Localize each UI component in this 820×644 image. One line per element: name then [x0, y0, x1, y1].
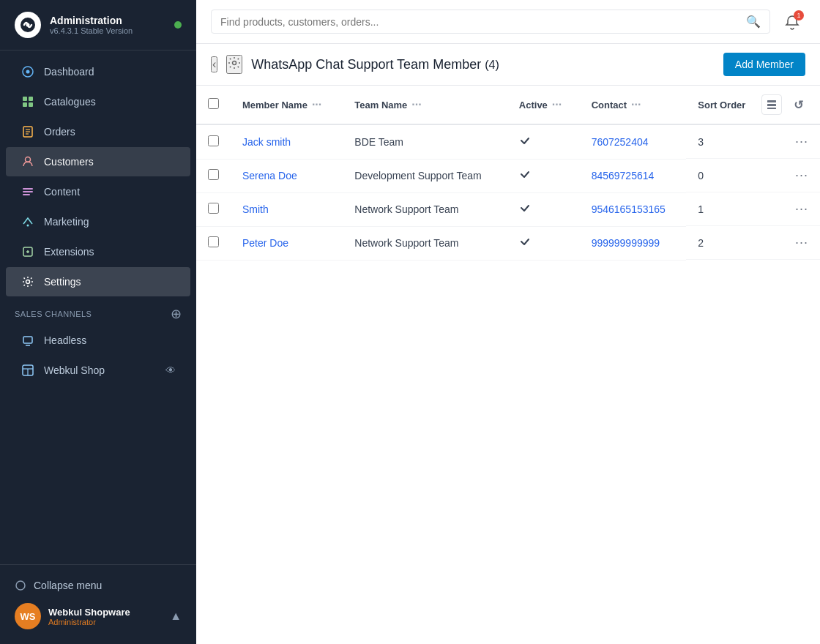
- shop-icon: [20, 363, 35, 378]
- sidebar-item-dashboard[interactable]: Dashboard: [6, 57, 190, 86]
- row-checkbox[interactable]: [208, 236, 219, 247]
- member-name-cell: Jack smith: [231, 124, 343, 159]
- contact-cell: 7607252404: [580, 124, 687, 159]
- extensions-icon: [20, 244, 35, 259]
- settings-icon: [20, 274, 35, 289]
- svg-point-1: [26, 23, 30, 27]
- row-checkbox[interactable]: [208, 135, 219, 146]
- search-box: 🔍: [211, 10, 770, 34]
- active-cell: [507, 192, 580, 226]
- row-checkbox[interactable]: [208, 169, 219, 180]
- sidebar-item-content-label: Content: [44, 186, 80, 198]
- th-contact: Contact ···: [580, 86, 687, 124]
- sidebar-item-orders-label: Orders: [44, 126, 75, 138]
- member-name-cell: Serena Doe: [231, 159, 343, 192]
- notification-button[interactable]: 1: [779, 9, 805, 35]
- contact-sort-icon[interactable]: ···: [631, 98, 641, 111]
- app-version: v6.4.3.1 Stable Version: [50, 26, 165, 35]
- sort-order-cell: 3 ···: [686, 125, 820, 159]
- sidebar-item-extensions[interactable]: Extensions: [6, 237, 190, 266]
- back-button[interactable]: ‹: [211, 56, 217, 72]
- svg-rect-5: [29, 97, 33, 101]
- svg-point-25: [233, 61, 236, 65]
- active-cell: [507, 124, 580, 159]
- sidebar-item-catalogues[interactable]: Catalogues: [6, 87, 190, 116]
- refresh-button[interactable]: ↺: [788, 94, 808, 115]
- svg-rect-15: [23, 194, 30, 195]
- th-active: Active ···: [507, 86, 580, 124]
- th-member-name: Member Name ···: [231, 86, 343, 124]
- content-icon: [20, 184, 35, 199]
- team-name-sort-icon[interactable]: ···: [411, 98, 421, 111]
- row-checkbox-cell: [196, 226, 231, 260]
- table-row: Jack smith BDE Team 7607252404 3 ···: [196, 124, 820, 159]
- add-member-button[interactable]: Add Member: [723, 53, 805, 76]
- svg-rect-7: [29, 102, 33, 107]
- member-name-link[interactable]: Smith: [242, 203, 269, 215]
- row-action-button[interactable]: ···: [795, 134, 808, 149]
- row-checkbox[interactable]: [208, 203, 219, 214]
- sidebar-item-webkul-shop[interactable]: Webkul Shop 👁: [6, 356, 190, 385]
- svg-rect-13: [23, 188, 33, 190]
- member-name-sort-icon[interactable]: ···: [312, 98, 321, 111]
- add-sales-channel-icon[interactable]: ⊕: [171, 306, 182, 322]
- th-team-name: Team Name ···: [343, 86, 507, 124]
- catalogue-icon: [20, 94, 35, 109]
- user-avatar: WS: [15, 603, 41, 629]
- row-checkbox-cell: [196, 124, 231, 159]
- user-profile[interactable]: WS Webkul Shopware Administrator ▲: [15, 597, 182, 635]
- online-indicator: [174, 21, 182, 29]
- search-input[interactable]: [220, 16, 740, 28]
- th-checkbox: [196, 86, 231, 124]
- sidebar-item-settings[interactable]: Settings: [6, 267, 190, 296]
- sort-order-cell: 1 ···: [686, 192, 820, 226]
- th-sort-order: Sort Order ↺: [686, 86, 820, 124]
- row-action-button[interactable]: ···: [795, 201, 808, 217]
- sidebar-item-orders[interactable]: Orders: [6, 117, 190, 146]
- sidebar-item-customers[interactable]: Customers: [6, 147, 190, 176]
- table-area: Member Name ··· Team Name ··· Active: [196, 86, 820, 644]
- svg-rect-28: [767, 108, 776, 109]
- collapse-menu-item[interactable]: Collapse menu: [15, 574, 182, 597]
- member-name-cell: Peter Doe: [231, 226, 343, 260]
- active-cell: [507, 159, 580, 192]
- notification-badge: 1: [794, 10, 804, 20]
- user-info: Webkul Shopware Administrator: [48, 607, 130, 626]
- app-name: Administration: [50, 15, 165, 26]
- sidebar: Administration v6.4.3.1 Stable Version D…: [0, 0, 196, 644]
- customers-icon: [20, 154, 35, 169]
- row-action-button[interactable]: ···: [795, 235, 808, 250]
- list-view-button[interactable]: [761, 94, 782, 115]
- user-role: Administrator: [48, 618, 130, 626]
- sidebar-item-dashboard-label: Dashboard: [44, 66, 94, 78]
- sidebar-item-customers-label: Customers: [44, 156, 94, 168]
- sidebar-footer: Collapse menu WS Webkul Shopware Adminis…: [0, 564, 196, 644]
- sidebar-item-marketing[interactable]: Marketing: [6, 207, 190, 236]
- sidebar-nav: Dashboard Catalogues Orders Customers Co…: [0, 50, 196, 564]
- contact-cell: 84569725614: [580, 159, 687, 192]
- sidebar-header: Administration v6.4.3.1 Stable Version: [0, 0, 196, 50]
- active-sort-icon[interactable]: ···: [552, 98, 562, 111]
- member-name-link[interactable]: Serena Doe: [242, 170, 297, 181]
- sort-order-cell: 0 ···: [686, 159, 820, 192]
- page-header: ‹ WhatsApp Chat Support Team Member (4) …: [196, 44, 820, 86]
- sidebar-item-headless[interactable]: Headless: [6, 326, 190, 355]
- row-action-button[interactable]: ···: [795, 168, 808, 183]
- collapse-menu-label: Collapse menu: [34, 580, 102, 591]
- sidebar-item-marketing-label: Marketing: [44, 216, 89, 228]
- svg-rect-27: [767, 104, 776, 106]
- team-name-cell: Network Support Team: [343, 226, 507, 260]
- eye-icon: 👁: [165, 364, 176, 376]
- sort-order-cell: 2 ···: [686, 226, 820, 260]
- member-name-link[interactable]: Jack smith: [242, 136, 291, 148]
- sidebar-item-headless-label: Headless: [44, 334, 86, 346]
- headless-icon: [20, 333, 35, 348]
- select-all-checkbox[interactable]: [208, 98, 219, 109]
- member-name-link[interactable]: Peter Doe: [242, 237, 288, 249]
- contact-cell: 999999999999: [580, 226, 687, 260]
- sidebar-item-content[interactable]: Content: [6, 177, 190, 206]
- page-settings-button[interactable]: [226, 55, 242, 74]
- row-checkbox-cell: [196, 159, 231, 192]
- sidebar-item-settings-label: Settings: [44, 276, 81, 288]
- table-row: Smith Network Support Team 9546165153165…: [196, 192, 820, 226]
